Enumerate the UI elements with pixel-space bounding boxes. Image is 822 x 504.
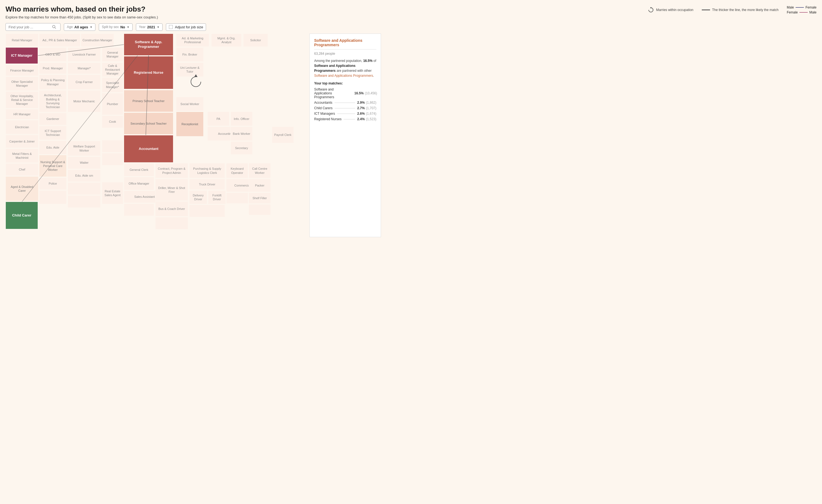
treemap-cell[interactable]: Architectural, Building & Surveying Tech… [39,90,67,112]
treemap-cell[interactable]: Secondary School Teacher [124,112,173,134]
treemap-cell[interactable]: Payroll Clerk [272,126,294,143]
treemap-cell[interactable]: Social Worker [176,97,203,111]
treemap-cell[interactable]: Retail Manager [5,34,38,47]
treemap-cell[interactable]: Gardener [39,113,67,125]
treemap-cell[interactable]: Prod. Manager [39,62,67,74]
treemap-cell[interactable]: Police [39,177,67,190]
treemap-cell[interactable]: Uni Lecturer & Tutor [176,62,203,77]
match-count: (1,862) [366,101,376,104]
treemap-cell[interactable]: Plumber [102,93,123,115]
treemap-cell[interactable]: Shelf Filler [249,192,271,203]
treemap-cell[interactable]: Keyboard Operator [226,163,248,178]
treemap-cell[interactable]: Driller, Miner & Shot Firer [155,179,188,201]
treemap-cell[interactable] [102,140,123,152]
treemap-cell[interactable]: Finance Manager [5,65,38,76]
treemap-cell[interactable]: Bus & Coach Driver [155,201,188,216]
treemap-cell[interactable]: General Clerk [124,163,154,176]
treemap-cell[interactable]: Real Estate Sales Agent [102,182,123,204]
treemap-cell[interactable]: Motor Mechanic [68,90,101,112]
treemap-cell[interactable] [155,217,188,229]
treemap-cell[interactable]: HR Manager [5,109,38,119]
treemap-cell[interactable]: Registered Nurse [124,56,173,89]
treemap-cell[interactable]: Policy & Planning Manager [39,75,67,90]
match-name: Accountants [314,101,332,104]
treemap-cell[interactable]: Crop Farmer [68,75,101,90]
treemap-cell[interactable]: Carpenter & Joiner [5,135,38,148]
info-panel: Software and Applications Programmers 63… [310,34,381,237]
treemap-cell[interactable]: Chef [5,163,38,176]
page-subtitle: Explore the top matches for more than 45… [5,15,406,19]
treemap-cell[interactable]: Livestock Farmer [68,47,101,62]
match-pct: 16.5% [354,91,364,95]
search-icon [52,25,56,29]
treemap-cell[interactable]: Purchasing & Supply Logistics Clerk [189,163,225,178]
treemap-cell[interactable]: Metal Fitters & Machinist [5,148,38,163]
info-panel-description: Among the partnered population, 16.5% of… [314,58,376,78]
treemap-cell[interactable]: Call Centre Worker [249,163,271,178]
treemap-cell[interactable]: Welfare Support Worker [68,141,101,156]
treemap-cell[interactable]: Forklift Driver [208,190,226,204]
treemap-cell[interactable]: Construction Manager [81,34,114,47]
treemap-cell[interactable]: Ad., PR & Sales Manager [39,34,80,47]
treemap-cell[interactable]: Ad. & Marketing Professional [176,34,209,47]
treemap-cell[interactable] [226,192,248,203]
treemap-cell[interactable]: Aged & Disabled Carer [5,176,38,201]
search-input[interactable] [9,25,50,29]
treemap-cell[interactable] [68,182,101,195]
treemap-cell[interactable]: Software & App. Programmer [124,34,173,56]
treemap-cell[interactable]: ICT Support Technician [39,126,67,140]
treemap-cell[interactable]: Nursing Support & Personal Care Worker [39,155,67,177]
svg-line-3 [55,27,56,29]
treemap-cell[interactable]: Receptionist [176,112,203,136]
match-pct: 2.6% [357,112,365,115]
treemap-cell[interactable]: Waiter [68,156,101,169]
treemap-cell[interactable] [124,203,154,216]
match-name: Child Carers [314,106,333,110]
year-dropdown[interactable]: Year 2021 ▼ [136,23,162,31]
treemap-cell[interactable]: Office Manager [124,177,154,190]
match-pct: 2.9% [357,101,365,104]
match-count: (1,674) [366,112,376,115]
treemap-cell[interactable]: Other Specialist Manager [5,76,38,91]
treemap-cell[interactable]: Cook [102,115,123,128]
treemap-cell[interactable]: Edu. Aide [39,140,67,154]
treemap-cell[interactable]: Electrician [5,120,38,134]
treemap-cell[interactable]: PA [208,112,230,126]
treemap-cell[interactable]: Bank Worker [231,126,253,141]
treemap-cell[interactable] [189,205,225,217]
treemap-cell[interactable]: Specialist Manager* [102,77,123,92]
treemap-cell[interactable]: Edu. Aide sm [68,169,101,182]
treemap-cell[interactable] [249,204,271,215]
treemap-cell[interactable]: Secretary [231,141,253,155]
treemap-cell[interactable]: Cafe & Restaurant Manager [102,62,123,77]
info-job-link[interactable]: Software and Applications Programmers [314,74,373,78]
adjust-checkbox[interactable] [169,25,173,29]
split-by-sex-dropdown[interactable]: Split by sex No ▼ [99,23,132,31]
treemap-cell[interactable]: Truck Driver [189,179,225,190]
match-count: (1,523) [366,117,376,121]
chevron-down-icon-3: ▼ [157,26,159,29]
treemap-cell[interactable]: Child Carer [5,202,38,229]
info-panel-title: Software and Applications Programmers [314,38,376,49]
age-dropdown[interactable]: Age All ages ▼ [64,23,95,31]
search-box[interactable] [5,23,60,31]
adjust-job-size-button[interactable]: Adjust for job size [166,23,206,31]
treemap-cell[interactable] [102,153,123,165]
treemap-cell[interactable]: Manager* [68,62,101,74]
treemap-cell[interactable]: Other Hospitality, Retail & Service Mana… [5,91,38,108]
treemap-cell[interactable]: ICT Manager [5,47,38,64]
match-row: Child Carers 2.7% (1,707) [314,106,376,110]
treemap-cell[interactable]: Info. Officer [231,112,253,126]
treemap-cell[interactable]: General Manager [102,47,123,62]
treemap-cell[interactable]: Primary School Teacher [124,90,173,112]
treemap-cell[interactable] [39,190,67,204]
treemap-cell[interactable]: Delivery Driver [189,190,207,204]
treemap-cell[interactable]: Accountant [124,135,173,162]
treemap-cell[interactable]: Contract, Program & Project Admin [155,163,188,178]
treemap-cell[interactable]: Mgmt. & Org. Analyst [211,34,242,47]
treemap-cell[interactable]: Packer [249,179,271,192]
treemap-cell[interactable]: Solicitor [243,34,268,47]
treemap-cell[interactable]: Fin. Broker [176,47,203,62]
treemap-cell[interactable]: CEO & MD [39,47,67,62]
treemap-cell[interactable] [68,195,101,208]
